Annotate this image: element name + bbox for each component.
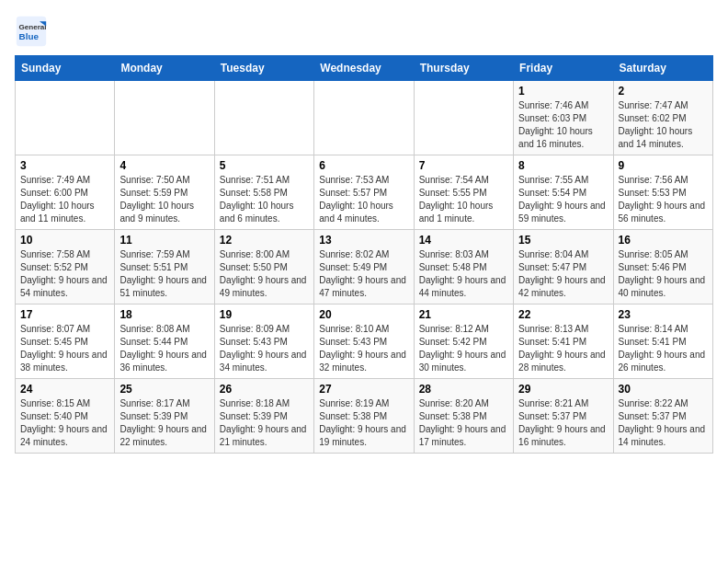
week-row-4: 17Sunrise: 8:07 AM Sunset: 5:45 PM Dayli…: [16, 304, 713, 379]
calendar-cell: 20Sunrise: 8:10 AM Sunset: 5:43 PM Dayli…: [314, 304, 414, 379]
day-number: 30: [619, 383, 708, 396]
calendar-body: 1Sunrise: 7:46 AM Sunset: 6:03 PM Daylig…: [16, 81, 713, 454]
day-number: 8: [518, 159, 608, 172]
day-number: 7: [419, 159, 508, 172]
calendar-table: SundayMondayTuesdayWednesdayThursdayFrid…: [15, 55, 713, 454]
weekday-header-wednesday: Wednesday: [314, 56, 414, 81]
day-number: 3: [20, 159, 109, 172]
day-number: 21: [419, 308, 508, 321]
calendar-cell: 10Sunrise: 7:58 AM Sunset: 5:52 PM Dayli…: [16, 230, 115, 304]
day-info: Sunrise: 7:56 AM Sunset: 5:53 PM Dayligh…: [619, 174, 708, 225]
day-info: Sunrise: 8:22 AM Sunset: 5:37 PM Dayligh…: [619, 397, 708, 449]
day-number: 15: [518, 234, 608, 247]
calendar-cell: 21Sunrise: 8:12 AM Sunset: 5:42 PM Dayli…: [414, 304, 513, 379]
day-info: Sunrise: 8:10 AM Sunset: 5:43 PM Dayligh…: [319, 323, 408, 374]
weekday-header-sunday: Sunday: [16, 56, 115, 81]
calendar-header: SundayMondayTuesdayWednesdayThursdayFrid…: [16, 56, 713, 81]
calendar-cell: 16Sunrise: 8:05 AM Sunset: 5:46 PM Dayli…: [613, 230, 712, 304]
weekday-header-row: SundayMondayTuesdayWednesdayThursdayFrid…: [16, 56, 713, 81]
page-header: General Blue: [15, 15, 713, 48]
day-info: Sunrise: 8:18 AM Sunset: 5:39 PM Dayligh…: [220, 397, 309, 449]
day-info: Sunrise: 8:09 AM Sunset: 5:43 PM Dayligh…: [220, 323, 309, 374]
day-number: 4: [119, 159, 209, 172]
day-info: Sunrise: 7:47 AM Sunset: 6:02 PM Dayligh…: [619, 99, 708, 151]
logo-icon: General Blue: [15, 15, 48, 48]
calendar-cell: 13Sunrise: 8:02 AM Sunset: 5:49 PM Dayli…: [314, 230, 414, 304]
day-number: 10: [20, 234, 109, 247]
calendar-cell: 14Sunrise: 8:03 AM Sunset: 5:48 PM Dayli…: [414, 230, 513, 304]
day-number: 14: [419, 234, 508, 247]
week-row-2: 3Sunrise: 7:49 AM Sunset: 6:00 PM Daylig…: [16, 155, 713, 230]
day-number: 2: [619, 85, 708, 98]
day-number: 9: [619, 159, 708, 172]
weekday-header-tuesday: Tuesday: [214, 56, 313, 81]
day-info: Sunrise: 8:20 AM Sunset: 5:38 PM Dayligh…: [419, 397, 508, 449]
calendar-cell: 7Sunrise: 7:54 AM Sunset: 5:55 PM Daylig…: [414, 155, 513, 230]
day-number: 12: [220, 234, 309, 247]
calendar-cell: 22Sunrise: 8:13 AM Sunset: 5:41 PM Dayli…: [514, 304, 613, 379]
day-info: Sunrise: 7:54 AM Sunset: 5:55 PM Dayligh…: [419, 174, 508, 225]
calendar-cell: 25Sunrise: 8:17 AM Sunset: 5:39 PM Dayli…: [115, 379, 214, 454]
day-info: Sunrise: 7:53 AM Sunset: 5:57 PM Dayligh…: [319, 174, 408, 225]
day-info: Sunrise: 8:19 AM Sunset: 5:38 PM Dayligh…: [319, 397, 408, 449]
calendar-cell: 11Sunrise: 7:59 AM Sunset: 5:51 PM Dayli…: [115, 230, 214, 304]
calendar-cell: [115, 81, 214, 155]
day-info: Sunrise: 8:03 AM Sunset: 5:48 PM Dayligh…: [419, 248, 508, 300]
calendar-cell: 3Sunrise: 7:49 AM Sunset: 6:00 PM Daylig…: [16, 155, 115, 230]
day-info: Sunrise: 8:05 AM Sunset: 5:46 PM Dayligh…: [619, 248, 708, 300]
calendar-cell: 29Sunrise: 8:21 AM Sunset: 5:37 PM Dayli…: [514, 379, 613, 454]
calendar-cell: 18Sunrise: 8:08 AM Sunset: 5:44 PM Dayli…: [115, 304, 214, 379]
day-number: 20: [319, 308, 408, 321]
calendar-cell: [214, 81, 313, 155]
day-number: 5: [220, 159, 309, 172]
calendar-cell: 12Sunrise: 8:00 AM Sunset: 5:50 PM Dayli…: [214, 230, 313, 304]
calendar-cell: 26Sunrise: 8:18 AM Sunset: 5:39 PM Dayli…: [214, 379, 313, 454]
day-info: Sunrise: 7:58 AM Sunset: 5:52 PM Dayligh…: [20, 248, 109, 300]
day-info: Sunrise: 8:04 AM Sunset: 5:47 PM Dayligh…: [518, 248, 608, 300]
calendar-cell: 15Sunrise: 8:04 AM Sunset: 5:47 PM Dayli…: [514, 230, 613, 304]
day-info: Sunrise: 7:50 AM Sunset: 5:59 PM Dayligh…: [119, 174, 209, 225]
day-info: Sunrise: 8:07 AM Sunset: 5:45 PM Dayligh…: [20, 323, 109, 374]
day-info: Sunrise: 7:51 AM Sunset: 5:58 PM Dayligh…: [220, 174, 309, 225]
svg-text:Blue: Blue: [19, 31, 40, 41]
day-info: Sunrise: 8:00 AM Sunset: 5:50 PM Dayligh…: [220, 248, 309, 300]
day-info: Sunrise: 7:55 AM Sunset: 5:54 PM Dayligh…: [518, 174, 608, 225]
day-info: Sunrise: 7:49 AM Sunset: 6:00 PM Dayligh…: [20, 174, 109, 225]
calendar-cell: 28Sunrise: 8:20 AM Sunset: 5:38 PM Dayli…: [414, 379, 513, 454]
day-info: Sunrise: 8:08 AM Sunset: 5:44 PM Dayligh…: [119, 323, 209, 374]
day-info: Sunrise: 8:13 AM Sunset: 5:41 PM Dayligh…: [518, 323, 608, 374]
week-row-5: 24Sunrise: 8:15 AM Sunset: 5:40 PM Dayli…: [16, 379, 713, 454]
day-info: Sunrise: 8:15 AM Sunset: 5:40 PM Dayligh…: [20, 397, 109, 449]
calendar-cell: 23Sunrise: 8:14 AM Sunset: 5:41 PM Dayli…: [613, 304, 712, 379]
calendar-cell: 8Sunrise: 7:55 AM Sunset: 5:54 PM Daylig…: [514, 155, 613, 230]
day-number: 19: [220, 308, 309, 321]
day-number: 17: [20, 308, 109, 321]
day-number: 22: [518, 308, 608, 321]
calendar-cell: 30Sunrise: 8:22 AM Sunset: 5:37 PM Dayli…: [613, 379, 712, 454]
day-info: Sunrise: 7:59 AM Sunset: 5:51 PM Dayligh…: [119, 248, 209, 300]
calendar-cell: 1Sunrise: 7:46 AM Sunset: 6:03 PM Daylig…: [514, 81, 613, 155]
weekday-header-thursday: Thursday: [414, 56, 513, 81]
day-number: 13: [319, 234, 408, 247]
calendar-cell: 19Sunrise: 8:09 AM Sunset: 5:43 PM Dayli…: [214, 304, 313, 379]
week-row-1: 1Sunrise: 7:46 AM Sunset: 6:03 PM Daylig…: [16, 81, 713, 155]
day-number: 24: [20, 383, 109, 396]
day-number: 26: [220, 383, 309, 396]
calendar-cell: 24Sunrise: 8:15 AM Sunset: 5:40 PM Dayli…: [16, 379, 115, 454]
calendar-cell: [16, 81, 115, 155]
calendar-cell: 2Sunrise: 7:47 AM Sunset: 6:02 PM Daylig…: [613, 81, 712, 155]
calendar-cell: 5Sunrise: 7:51 AM Sunset: 5:58 PM Daylig…: [214, 155, 313, 230]
day-number: 18: [119, 308, 209, 321]
day-info: Sunrise: 8:14 AM Sunset: 5:41 PM Dayligh…: [619, 323, 708, 374]
calendar-cell: 27Sunrise: 8:19 AM Sunset: 5:38 PM Dayli…: [314, 379, 414, 454]
day-info: Sunrise: 7:46 AM Sunset: 6:03 PM Dayligh…: [518, 99, 608, 151]
calendar-cell: [414, 81, 513, 155]
day-info: Sunrise: 8:02 AM Sunset: 5:49 PM Dayligh…: [319, 248, 408, 300]
day-number: 25: [119, 383, 209, 396]
calendar-cell: 4Sunrise: 7:50 AM Sunset: 5:59 PM Daylig…: [115, 155, 214, 230]
week-row-3: 10Sunrise: 7:58 AM Sunset: 5:52 PM Dayli…: [16, 230, 713, 304]
calendar-cell: 9Sunrise: 7:56 AM Sunset: 5:53 PM Daylig…: [613, 155, 712, 230]
weekday-header-saturday: Saturday: [613, 56, 712, 81]
day-number: 16: [619, 234, 708, 247]
day-number: 6: [319, 159, 408, 172]
